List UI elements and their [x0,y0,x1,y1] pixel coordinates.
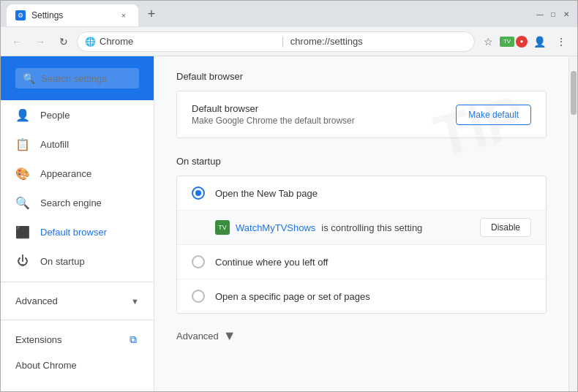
maximize-button[interactable]: □ [548,9,558,19]
bottom-advanced[interactable]: Advanced ▼ [176,328,547,344]
reload-button[interactable]: ↻ [53,31,74,52]
ext-name[interactable]: WatchMyTVShows [236,222,315,233]
extensions-link-icon[interactable]: ⧉ [127,333,139,345]
default-browser-icon: ⬛ [15,225,30,239]
address-origin: Chrome [100,36,276,47]
sidebar-label-appearance: Appearance [40,168,91,179]
ext-notice-text: is controlling this setting [321,222,422,233]
sidebar-extensions[interactable]: Extensions ⧉ [1,326,154,353]
ext-small-icon: TV [215,220,230,235]
tab-close-btn[interactable]: × [118,10,130,21]
extensions-label: Extensions [15,334,62,345]
tab-title: Settings [31,10,112,20]
extension-icon-red[interactable]: ● [516,36,528,48]
card-content: Default browser Make Google Chrome the d… [192,103,355,126]
content-wrapper: TiP Default browser Default browser Make… [154,56,577,391]
on-startup-section: On startup Open the New Tab page TV Watc… [176,156,547,314]
back-button[interactable]: ← [7,31,27,52]
search-icon: 🔍 [23,72,35,84]
sidebar: 🔍 👤 People 📋 Autofill 🎨 Appearance 🔍 Sea… [1,56,154,391]
radio-continue[interactable] [192,255,205,268]
make-default-button[interactable]: Make default [456,105,531,125]
address-path: chrome://settings [290,36,467,47]
sidebar-item-appearance[interactable]: 🎨 Appearance [1,159,154,188]
advanced-label: Advanced [15,295,58,306]
advanced-arrow-icon: ▼ [131,297,139,306]
bookmark-button[interactable]: ☆ [478,31,498,52]
menu-button[interactable]: ⋮ [551,31,571,52]
address-bar[interactable]: 🌐 Chrome │ chrome://settings [77,31,475,52]
sidebar-label-about: About Chrome [15,360,77,371]
startup-label-continue: Continue where you left off [215,257,328,268]
sidebar-header: 🔍 [1,56,154,100]
startup-option-specific[interactable]: Open a specific page or set of pages [177,279,546,313]
card-title: Default browser [192,103,355,114]
forward-button[interactable]: → [30,31,50,52]
sidebar-divider-2 [1,320,154,320]
browser-tab[interactable]: Settings × [7,4,138,26]
appearance-icon: 🎨 [15,166,30,181]
sidebar-item-people[interactable]: 👤 People [1,100,154,129]
close-button[interactable]: ✕ [561,9,571,19]
default-browser-section: Default browser Default browser Make Goo… [176,71,547,138]
content-area: TiP Default browser Default browser Make… [154,56,568,391]
scrollbar-thumb[interactable] [571,71,577,115]
nav-bar: ← → ↻ 🌐 Chrome │ chrome://settings ☆ TV … [1,27,577,56]
card-desc: Make Google Chrome the default browser [192,116,355,126]
title-bar-left: Settings × + [7,1,535,26]
profile-button[interactable]: 👤 [529,31,549,52]
startup-label-specific: Open a specific page or set of pages [215,291,370,302]
on-startup-icon: ⏻ [15,254,30,268]
sidebar-item-autofill[interactable]: 📋 Autofill [1,129,154,159]
minimize-button[interactable]: — [535,9,545,19]
new-tab-button[interactable]: + [141,4,162,24]
disable-button[interactable]: Disable [480,218,531,237]
startup-option-new-tab[interactable]: Open the New Tab page [177,176,546,211]
sidebar-label-default-browser: Default browser [40,227,107,238]
window-controls: — □ ✕ [535,9,571,19]
browser-window: Settings × + — □ ✕ ← → ↻ 🌐 Chrome │ chro… [0,0,578,392]
nav-actions: ☆ TV ● 👤 ⋮ [478,31,571,52]
tab-favicon [15,10,26,20]
sidebar-item-about[interactable]: About Chrome [1,353,154,378]
sidebar-divider [1,282,154,282]
bottom-advanced-label: Advanced [176,331,219,342]
search-engine-icon: 🔍 [15,195,30,210]
scrollbar[interactable] [568,56,577,391]
sidebar-label-people: People [40,110,70,121]
sidebar-item-search-engine[interactable]: 🔍 Search engine [1,188,154,217]
startup-option-continue[interactable]: Continue where you left off [177,245,546,279]
sidebar-label-search-engine: Search engine [40,197,102,208]
radio-specific[interactable] [192,290,205,303]
sidebar-item-on-startup[interactable]: ⏻ On startup [1,246,154,276]
ext-notice-left: TV WatchMyTVShows is controlling this se… [215,220,422,235]
bottom-advanced-arrow-icon: ▼ [223,328,236,344]
address-separator: │ [280,37,286,47]
sidebar-item-default-browser[interactable]: ⬛ Default browser [1,217,154,246]
site-icon: 🌐 [85,37,95,47]
main-area: 🔍 👤 People 📋 Autofill 🎨 Appearance 🔍 Sea… [1,56,577,391]
title-bar: Settings × + — □ ✕ [1,1,577,27]
extension-icon-green[interactable]: TV [500,37,514,47]
people-icon: 👤 [15,108,30,122]
radio-new-tab[interactable] [192,186,205,200]
sidebar-label-autofill: Autofill [40,139,69,150]
default-browser-title: Default browser [176,71,547,82]
sidebar-advanced[interactable]: Advanced ▼ [1,288,154,314]
autofill-icon: 📋 [15,137,30,151]
extensions-left: Extensions [15,334,62,345]
search-input[interactable] [41,73,132,84]
startup-label-new-tab: Open the New Tab page [215,188,318,199]
startup-options: Open the New Tab page TV WatchMyTVShows … [176,176,547,314]
extension-notice: TV WatchMyTVShows is controlling this se… [177,211,546,245]
sidebar-label-on-startup: On startup [40,256,85,267]
on-startup-title: On startup [176,156,547,167]
default-browser-card: Default browser Make Google Chrome the d… [176,91,547,138]
